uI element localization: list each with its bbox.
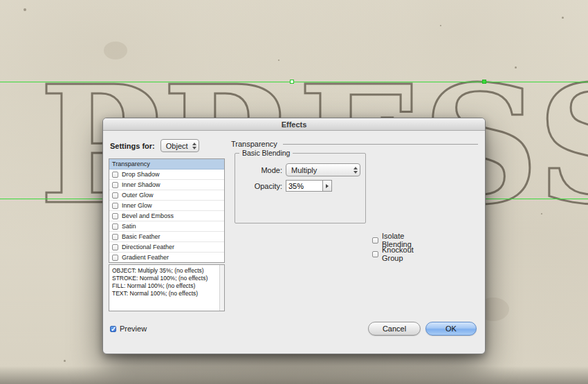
- preview-checkbox[interactable]: [110, 326, 116, 332]
- effect-label: Outer Glow: [122, 192, 154, 199]
- effect-label: Basic Feather: [122, 233, 160, 240]
- paper-speck: [562, 17, 564, 19]
- effect-checkbox[interactable]: [112, 234, 118, 240]
- blend-mode-popup[interactable]: Multiply: [286, 163, 360, 176]
- paper-speck: [440, 25, 441, 26]
- effect-row-bevel-emboss[interactable]: Bevel and Emboss: [109, 211, 224, 221]
- settings-for-popup[interactable]: Object: [160, 139, 199, 152]
- paper-background: PRESS Effects Settings for: Object Trans…: [0, 0, 588, 384]
- effect-checkbox[interactable]: [112, 182, 118, 188]
- dialog-titlebar[interactable]: Effects: [103, 118, 485, 131]
- knockout-group-label: Knockout Group: [382, 246, 414, 262]
- summary-scrollbar[interactable]: [219, 265, 224, 311]
- basic-blending-group: Basic Blending Mode: Multiply Opacity: I…: [235, 153, 366, 223]
- effect-label: Bevel and Emboss: [122, 212, 174, 219]
- knockout-group-checkbox[interactable]: [372, 251, 378, 257]
- effect-label: Gradient Feather: [122, 254, 169, 261]
- transparency-section-header: Transparency: [231, 140, 478, 148]
- paper-speck: [24, 8, 26, 11]
- selection-handle-right[interactable]: [482, 80, 486, 84]
- section-divider: [283, 144, 478, 145]
- effect-checkbox[interactable]: [112, 213, 118, 219]
- effect-checkbox[interactable]: [112, 255, 118, 261]
- right-arrow-icon: [326, 184, 329, 188]
- effect-row-gradient-feather[interactable]: Gradient Feather: [109, 253, 224, 263]
- opacity-slider-button[interactable]: [323, 180, 332, 192]
- effect-label: Satin: [122, 223, 136, 230]
- opacity-input[interactable]: [286, 180, 323, 192]
- summary-line: STROKE: Normal 100%; (no effects): [112, 275, 221, 282]
- transparency-heading: Transparency: [231, 140, 277, 148]
- effect-label: Drop Shadow: [122, 171, 160, 178]
- summary-line: OBJECT: Multiply 35%; (no effects): [112, 267, 221, 275]
- basic-blending-legend: Basic Blending: [239, 149, 293, 157]
- popup-arrows-icon: [192, 143, 196, 149]
- effect-checkbox[interactable]: [112, 203, 118, 209]
- effects-dialog: Effects Settings for: Object Transparenc…: [102, 118, 486, 354]
- effect-row-basic-feather[interactable]: Basic Feather: [109, 232, 224, 242]
- effect-row-satin[interactable]: Satin: [109, 221, 224, 232]
- dialog-title: Effects: [282, 120, 307, 129]
- opacity-row: Opacity:: [241, 180, 332, 192]
- preview-row[interactable]: Preview: [110, 324, 147, 333]
- blend-mode-value: Multiply: [291, 166, 317, 174]
- effect-checkbox[interactable]: [112, 244, 118, 250]
- effects-summary-box: OBJECT: Multiply 35%; (no effects) STROK…: [109, 264, 225, 311]
- effect-row-inner-glow[interactable]: Inner Glow: [109, 201, 224, 211]
- effect-label: Directional Feather: [122, 244, 174, 250]
- effect-row-inner-shadow[interactable]: Inner Shadow: [109, 180, 224, 190]
- effect-row-directional-feather[interactable]: Directional Feather: [109, 242, 224, 253]
- isolate-blending-checkbox[interactable]: [372, 237, 378, 244]
- summary-line: TEXT: Normal 100%; (no effects): [112, 290, 221, 298]
- settings-for-row: Settings for: Object: [110, 139, 199, 152]
- cancel-button[interactable]: Cancel: [368, 322, 421, 336]
- settings-for-label: Settings for:: [110, 142, 155, 150]
- pasteboard-edge-shadow: [0, 366, 588, 384]
- selection-handle-center[interactable]: [290, 80, 294, 84]
- effect-label: Inner Shadow: [122, 181, 160, 188]
- opacity-label: Opacity:: [241, 182, 282, 190]
- ok-button[interactable]: OK: [425, 322, 477, 336]
- effect-label: Inner Glow: [122, 202, 152, 209]
- mode-label: Mode:: [241, 166, 282, 174]
- effect-row-drop-shadow[interactable]: Drop Shadow: [109, 170, 224, 180]
- effect-row-transparency[interactable]: Transparency: [109, 159, 224, 170]
- summary-line: FILL: Normal 100%; (no effects): [112, 282, 221, 290]
- effect-checkbox[interactable]: [112, 172, 118, 178]
- popup-arrows-icon: [353, 167, 358, 174]
- effect-checkbox[interactable]: [112, 223, 118, 230]
- selection-guide-top[interactable]: [0, 82, 588, 82]
- paper-speck: [64, 360, 66, 362]
- effect-checkbox[interactable]: [112, 192, 118, 199]
- effects-list: Transparency Drop Shadow Inner Shadow Ou…: [109, 158, 225, 263]
- effect-label: Transparency: [112, 161, 150, 167]
- preview-label: Preview: [120, 324, 147, 333]
- mode-row: Mode: Multiply: [241, 163, 360, 176]
- knockout-group-row[interactable]: Knockout Group: [372, 246, 414, 262]
- effect-row-outer-glow[interactable]: Outer Glow: [109, 190, 224, 201]
- settings-for-value: Object: [166, 142, 188, 150]
